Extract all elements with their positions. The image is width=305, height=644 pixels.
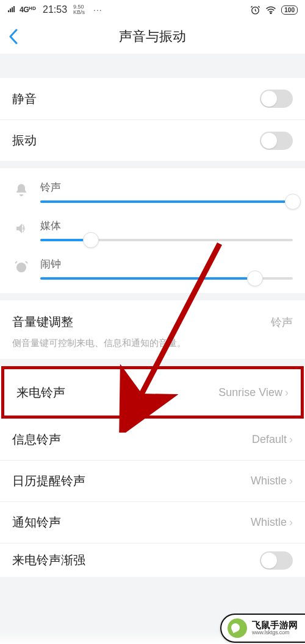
watermark-url: www.lsktgs.com: [252, 630, 298, 635]
status-bar: 4Gᴴᴰ 21:53 9.50 KB/s ··· 100: [0, 0, 305, 19]
wifi-icon: [265, 5, 276, 14]
network-type: 4Gᴴᴰ: [20, 5, 35, 14]
chevron-right-icon: ›: [285, 386, 289, 399]
notify-ringtone-label: 通知铃声: [12, 514, 61, 531]
volume-sliders-section: 铃声 媒体 闹钟: [0, 168, 305, 293]
svg-point-2: [16, 263, 26, 272]
page-header: 声音与振动: [0, 19, 305, 54]
speaker-icon: [12, 221, 30, 236]
alarm-slider[interactable]: [40, 277, 293, 280]
incoming-ringtone-row[interactable]: 来电铃声 Sunrise View ›: [4, 369, 301, 416]
chevron-right-icon: ›: [289, 516, 293, 529]
ringtone-slider[interactable]: [40, 200, 293, 203]
incoming-ringtone-value: Sunrise View: [218, 386, 282, 399]
ascending-ringtone-row[interactable]: 来电铃声渐强: [0, 543, 305, 577]
ascending-ringtone-toggle[interactable]: [260, 551, 293, 570]
mute-toggle[interactable]: [260, 90, 293, 108]
watermark-name: 飞鼠手游网: [252, 620, 298, 630]
media-slider-label: 媒体: [40, 219, 293, 233]
data-rate: 9.50 KB/s: [73, 4, 85, 15]
vibrate-toggle[interactable]: [260, 132, 293, 150]
message-ringtone-value: Default: [252, 433, 287, 446]
highlight-annotation: 来电铃声 Sunrise View ›: [1, 366, 304, 419]
signal-icon: [7, 5, 16, 15]
incoming-ringtone-label: 来电铃声: [16, 384, 65, 401]
volume-key-row[interactable]: 音量键调整 铃声: [0, 306, 305, 338]
media-volume-row: 媒体: [0, 211, 305, 250]
page-title: 声音与振动: [119, 27, 186, 46]
calendar-ringtone-row[interactable]: 日历提醒铃声 Whistle ›: [0, 460, 305, 501]
svg-point-1: [270, 13, 271, 14]
ascending-ringtone-label: 来电铃声渐强: [12, 552, 85, 568]
toggle-section: 静音 振动: [0, 78, 305, 161]
alarm-volume-row: 闹钟: [0, 250, 305, 288]
notify-ringtone-row[interactable]: 通知铃声 Whistle ›: [0, 501, 305, 543]
media-slider[interactable]: [40, 239, 293, 241]
volume-key-note: 侧音量键可控制来电、信息和通知的音量。: [0, 338, 305, 359]
vibrate-label: 振动: [12, 132, 37, 149]
alarm-slider-label: 闹钟: [40, 257, 293, 271]
bell-icon: [12, 183, 30, 197]
back-button[interactable]: [9, 19, 18, 54]
mute-row[interactable]: 静音: [0, 78, 305, 119]
chevron-right-icon: ›: [289, 433, 293, 446]
ringtone-volume-row: 铃声: [0, 173, 305, 211]
message-ringtone-row[interactable]: 信息铃声 Default ›: [0, 419, 305, 460]
vibrate-row[interactable]: 振动: [0, 119, 305, 161]
message-ringtone-label: 信息铃声: [12, 431, 61, 448]
volume-key-label: 音量键调整: [12, 314, 73, 330]
mute-label: 静音: [12, 91, 37, 107]
watermark: 飞鼠手游网 www.lsktgs.com: [220, 614, 305, 643]
alarm-icon: [250, 5, 260, 15]
calendar-ringtone-label: 日历提醒铃声: [12, 473, 85, 489]
volume-key-value: 铃声: [271, 315, 293, 330]
notify-ringtone-value: Whistle: [251, 516, 287, 529]
battery-indicator: 100: [281, 5, 298, 15]
status-time: 21:53: [43, 4, 67, 15]
ringtone-section: 来电铃声 Sunrise View › 信息铃声 Default › 日历提醒铃…: [0, 366, 305, 577]
watermark-logo-icon: [228, 618, 247, 638]
overflow-dots-icon: ···: [93, 5, 102, 15]
volume-key-section: 音量键调整 铃声 侧音量键可控制来电、信息和通知的音量。: [0, 300, 305, 359]
chevron-right-icon: ›: [289, 475, 293, 487]
alarm-clock-icon: [12, 260, 30, 274]
calendar-ringtone-value: Whistle: [251, 475, 287, 487]
ringtone-slider-label: 铃声: [40, 180, 293, 194]
